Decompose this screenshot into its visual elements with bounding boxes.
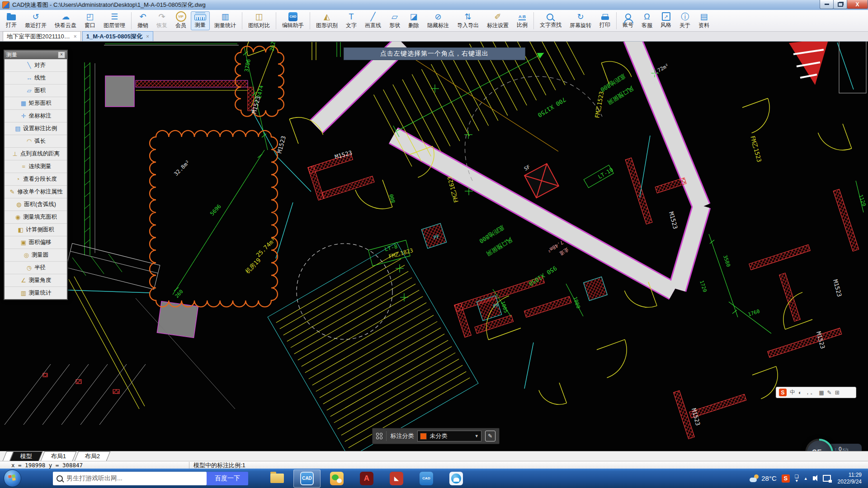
edit-category-button[interactable]: ✎ [485, 431, 495, 441]
toolbar-button-13[interactable]: ◭图形识别 [312, 11, 341, 30]
measure-tool[interactable]: ↔线性 [5, 71, 67, 84]
toolbar-button-12[interactable]: CAD编辑助手 [278, 11, 307, 30]
toolbar-button-29[interactable]: ▤资料 [695, 11, 713, 30]
ime-tool-icon[interactable]: ✎ [827, 389, 832, 396]
toolbar-button-19[interactable]: ⇅导入导出 [453, 11, 482, 30]
measure-panel-close-icon[interactable]: × [58, 52, 65, 58]
toolbar-button-21[interactable]: A:B比例 [513, 11, 531, 30]
start-button[interactable] [4, 469, 21, 487]
toolbar-button-3[interactable]: ☁快看云盘 [51, 11, 80, 30]
toolbar-button-10[interactable]: ▥测量统计 [211, 11, 240, 30]
measure-tool[interactable]: ▦矩形面积 [5, 97, 67, 109]
measure-tool[interactable]: ◎测量圆 [5, 249, 67, 261]
measure-tool[interactable]: ▤设置标注比例 [5, 122, 67, 135]
taskbar-app-wechat[interactable] [323, 469, 350, 488]
measure-tool[interactable]: ◉测量填充面积 [5, 211, 67, 223]
measure-panel-header[interactable]: 测量 × [5, 51, 67, 59]
toolbar-button-27[interactable]: ↗风格 [657, 11, 675, 30]
toolbar-button-9[interactable]: 测量 [191, 11, 210, 30]
cad-canvas[interactable]: M1523M1523M1523M1523M1523M1523M1523FM乙15… [0, 42, 868, 451]
volume-icon[interactable] [813, 476, 815, 480]
ime-tool-icon[interactable]: ▦ [819, 389, 824, 396]
minimize-button[interactable] [820, 0, 834, 9]
measure-tool[interactable]: ⊥点到直线的距离 [5, 147, 67, 160]
measure-tool[interactable]: ✎修改单个标注属性 [5, 185, 67, 198]
taskbar-app-autocad[interactable]: A [353, 469, 380, 488]
measure-tool-icon: ▣ [20, 239, 27, 246]
tab-close-icon[interactable]: × [74, 33, 77, 40]
measure-tool-icon: ✎ [9, 188, 16, 195]
toolbar-button-26[interactable]: Ω客服 [638, 11, 656, 30]
measure-tool[interactable]: ✛坐标标注 [5, 109, 67, 122]
toolbar-button-8[interactable]: VIP会员 [172, 11, 190, 30]
upload-arrow-icon: ↑ [835, 446, 837, 451]
baidu-search-button[interactable]: 百度一下 [207, 472, 248, 485]
toolbar-button-22[interactable]: 文字查找 [536, 11, 565, 30]
toolbar-button-24[interactable]: 打印 [596, 11, 614, 30]
layout-tab[interactable]: 模型 [10, 451, 42, 461]
taskbar-app-explorer[interactable] [264, 469, 291, 488]
measure-tool[interactable]: ◧计算侧面积 [5, 223, 67, 236]
window-title: CAD快速看图 - C:\Users\Administrator\Desktop… [12, 1, 206, 9]
toolbar-button-15[interactable]: ╱画直线 [361, 11, 385, 30]
document-tab[interactable]: 1_M-A-015-0805深化× [82, 31, 153, 41]
measure-tool[interactable]: ◠弧长 [5, 135, 67, 147]
weather-widget[interactable]: 28°C [750, 474, 777, 482]
layout-tab[interactable]: 布局1 [41, 451, 77, 461]
ime-tool-icon[interactable]: ，。 [805, 389, 816, 396]
taskbar-app-sketchup[interactable]: ◣ [383, 469, 410, 488]
striped-triangle [789, 42, 829, 85]
ime-tool-icon[interactable]: 中 [790, 389, 795, 396]
toolbar-button-5[interactable]: ☰图层管理 [100, 11, 129, 30]
toolbar-button-23[interactable]: ↻屏幕旋转 [566, 11, 595, 30]
measure-tool[interactable]: ▣面积偏移 [5, 236, 67, 249]
measure-tool[interactable]: ◔查看分段长度 [5, 173, 67, 185]
taskbar-app-cad-viewer[interactable]: CAD [293, 469, 321, 488]
toolbar-button-11[interactable]: ◫图纸对比 [245, 11, 274, 30]
cad-label: FM乙1523 [749, 135, 763, 163]
sogou-ime-bar[interactable]: S 中◐，。▦✎⊞ [776, 387, 856, 398]
ime-tool-icon[interactable]: ◐ [798, 389, 802, 396]
toolbar-button-17[interactable]: ◪删除 [405, 11, 423, 30]
toolbar-icon: VIP [176, 12, 186, 21]
taskbar-clock[interactable]: 11:29 2022/9/24 [838, 472, 862, 485]
measure-tool[interactable]: ▥测量统计 [5, 286, 67, 299]
tab-close-icon[interactable]: × [146, 33, 149, 40]
toolbar-button-18[interactable]: ⊘隐藏标注 [424, 11, 453, 30]
network-icon[interactable] [823, 475, 831, 482]
toolbar-label: 图形识别 [316, 22, 338, 29]
measure-tool[interactable]: ◍面积(含弧线) [5, 198, 67, 211]
toolbar-button-14[interactable]: T文字 [342, 11, 360, 30]
taskbar-app-qq-browser[interactable] [443, 469, 470, 488]
toolbar-button-20[interactable]: ✐标注设置 [483, 11, 512, 30]
measure-tool[interactable]: ▱面积 [5, 84, 67, 97]
toolbar-button-16[interactable]: ▱形状 [386, 11, 404, 30]
restore-button[interactable] [833, 0, 847, 9]
measure-tool[interactable]: ∠测量角度 [5, 274, 67, 286]
sogou-logo[interactable]: S [779, 389, 787, 396]
toolbar-button-4[interactable]: ◰窗口 [81, 11, 99, 30]
layout-tab[interactable]: 布局2 [75, 451, 111, 461]
close-button[interactable]: X [847, 0, 868, 9]
classify-dropdown[interactable]: 未分类 ▼ [417, 431, 481, 441]
toolbar-button-1[interactable]: 打开 [2, 11, 20, 30]
grid-icon[interactable] [376, 433, 382, 440]
toolbar-button-6[interactable]: ↶撤销 [134, 11, 152, 30]
toolbar-button-28[interactable]: ⓘ关于 [676, 11, 694, 30]
toolbar-button-2[interactable]: ↺最近打开 [21, 11, 50, 30]
document-tab[interactable]: 地下室平面图2021110…× [3, 31, 81, 41]
taskbar-app-cad-editor[interactable]: CAD [413, 469, 440, 488]
toolbar-button-25[interactable]: 账号 [619, 11, 637, 30]
sogou-tray-icon[interactable]: S [782, 474, 790, 483]
hidden-icons-arrow[interactable]: ▲ [804, 476, 808, 481]
measure-tool[interactable]: ◷半径 [5, 261, 67, 274]
layout-tab-label: 模型 [20, 452, 32, 460]
measure-tool-icon: ╲ [26, 62, 33, 69]
ime-tool-icon[interactable]: ⊞ [835, 389, 840, 396]
baidu-search-input[interactable]: 男生打游戏听出网... [53, 472, 207, 485]
measure-tool[interactable]: ╲对齐 [5, 59, 67, 71]
ime-window-icon[interactable]: ❏▾ [795, 474, 799, 483]
toolbar-icon: ↗ [662, 12, 670, 21]
toolbar-icon: Ω [644, 12, 650, 21]
measure-tool[interactable]: ≈连续测量 [5, 160, 67, 173]
